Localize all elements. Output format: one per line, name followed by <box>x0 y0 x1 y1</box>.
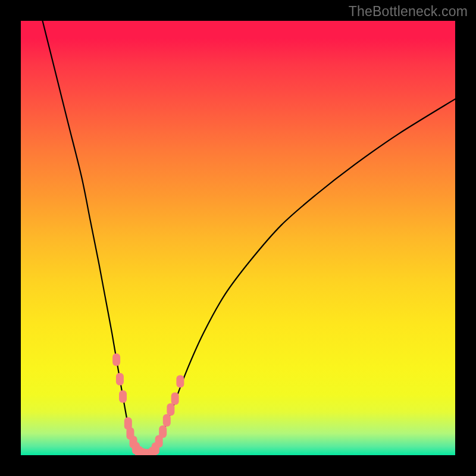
marker-cluster <box>112 353 184 455</box>
marker-point <box>167 403 174 416</box>
marker-point <box>119 390 127 403</box>
curve-svg <box>21 21 455 455</box>
plot-area <box>21 21 455 455</box>
marker-point <box>176 375 184 387</box>
marker-point <box>159 425 167 438</box>
marker-point <box>112 353 120 366</box>
marker-point <box>163 414 171 427</box>
marker-point <box>116 373 124 386</box>
bottleneck-curve <box>43 21 456 455</box>
chart-frame: TheBottleneck.com <box>0 0 476 476</box>
watermark-text: TheBottleneck.com <box>349 4 468 20</box>
bottleneck-path <box>43 21 456 455</box>
marker-point <box>171 393 179 405</box>
